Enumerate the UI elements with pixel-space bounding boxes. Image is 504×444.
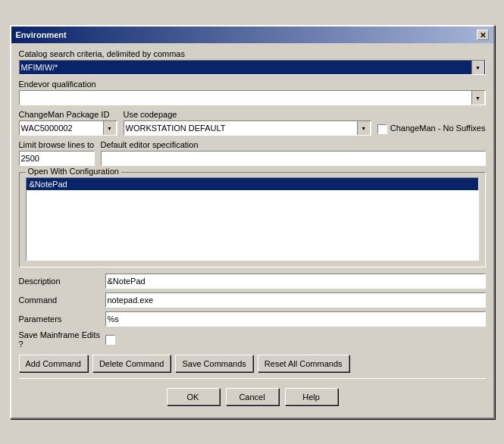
endevor-group: Endevor qualification	[19, 80, 486, 105]
save-mainframe-checkbox[interactable]	[105, 335, 115, 345]
command-input[interactable]	[105, 292, 486, 308]
open-with-listbox[interactable]: &NotePad	[26, 177, 479, 261]
reset-all-commands-button[interactable]: Reset All Commands	[258, 355, 349, 372]
default-editor-label: Default editor specification	[101, 140, 486, 149]
open-with-group: Open With Configuration &NotePad	[19, 172, 486, 267]
description-label: Description	[19, 277, 102, 286]
command-row: Command	[19, 292, 486, 308]
no-suffixes-label: ChangeMan - No Suffixes	[390, 124, 486, 133]
divider	[19, 378, 486, 379]
description-input[interactable]	[105, 274, 486, 289]
no-suffixes-checkbox[interactable]	[377, 124, 387, 134]
command-label: Command	[19, 295, 102, 305]
dialog-title: Environment	[16, 30, 67, 39]
limit-browse-label: Limit browse lines to	[19, 140, 95, 149]
cancel-button[interactable]: Cancel	[226, 388, 279, 405]
save-mainframe-label: Save Mainframe Edits ?	[19, 330, 102, 349]
open-with-label: Open With Configuration	[26, 167, 121, 176]
endevor-select[interactable]	[19, 90, 486, 105]
changeman-pkg-select[interactable]: WAC5000002	[19, 120, 117, 136]
default-editor-input[interactable]	[101, 151, 486, 166]
parameters-row: Parameters	[19, 311, 486, 327]
catalog-search-label: Catalog search criteria, delimited by co…	[19, 49, 486, 58]
list-item[interactable]: &NotePad	[27, 178, 478, 190]
catalog-search-input[interactable]	[19, 60, 486, 75]
close-button[interactable]: ✕	[477, 30, 489, 40]
changeman-pkg-label: ChangeMan Package ID	[19, 110, 117, 119]
codepage-select[interactable]: WORKSTATION DEFAULT	[124, 120, 371, 136]
ok-button[interactable]: OK	[167, 388, 220, 405]
help-button[interactable]: Help	[285, 388, 338, 405]
bottom-buttons-row: OK Cancel Help	[19, 383, 486, 411]
no-suffixes-group: ChangeMan - No Suffixes	[377, 124, 486, 136]
limit-browse-input[interactable]	[19, 151, 95, 166]
save-commands-button[interactable]: Save Commands	[175, 355, 252, 372]
catalog-search-group: Catalog search criteria, delimited by co…	[19, 49, 486, 75]
description-row: Description	[19, 274, 486, 289]
title-bar: Environment ✕	[11, 27, 493, 43]
parameters-label: Parameters	[19, 314, 102, 324]
environment-dialog: Environment ✕ Catalog search criteria, d…	[10, 25, 495, 419]
codepage-label: Use codepage	[124, 110, 371, 119]
delete-command-button[interactable]: Delete Command	[92, 355, 171, 372]
add-command-button[interactable]: Add Command	[19, 355, 88, 372]
action-buttons-row: Add Command Delete Command Save Commands…	[19, 355, 486, 372]
save-mainframe-row: Save Mainframe Edits ?	[19, 330, 486, 349]
parameters-input[interactable]	[105, 311, 486, 327]
endevor-label: Endevor qualification	[19, 80, 486, 89]
